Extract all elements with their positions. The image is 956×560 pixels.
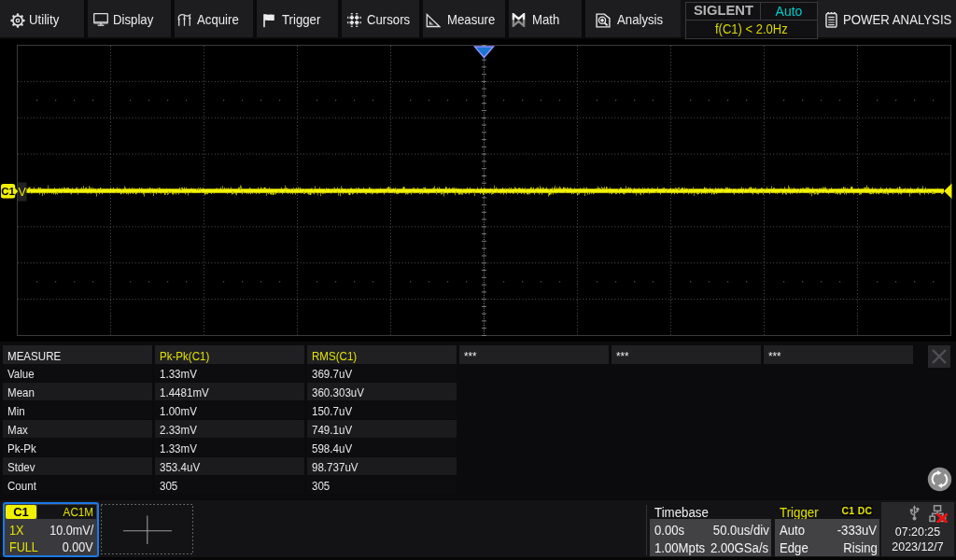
svg-text:V: V [19, 186, 27, 199]
svg-text:C1: C1 [1, 186, 15, 197]
svg-text:SIGLENT: SIGLENT [694, 5, 753, 17]
